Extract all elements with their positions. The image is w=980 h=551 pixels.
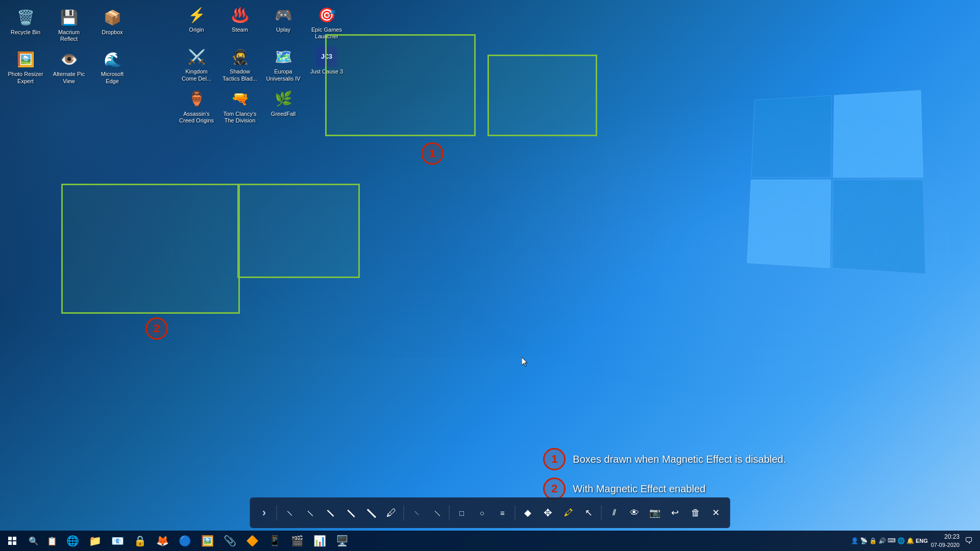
green-box-3: [61, 184, 240, 314]
mouse-cursor: [522, 357, 529, 367]
toolbar-separator-4: [515, 505, 516, 520]
origin-image: ⚡: [186, 5, 207, 25]
taskbar-icon-bell[interactable]: 🔔: [906, 537, 914, 544]
taskbar-taskview[interactable]: 📋: [43, 532, 61, 550]
taskbar-app-file[interactable]: 📁: [84, 531, 106, 551]
alternate-pic-icon[interactable]: 👁️ Alternate Pic View: [48, 47, 89, 86]
kingdom-icon[interactable]: ⚔️ Kingdom Come Del...: [176, 44, 217, 84]
greedfall-image: 🌿: [273, 89, 293, 109]
toolbar-arrow-btn[interactable]: ›: [255, 504, 274, 522]
taskbar-app-phone[interactable]: 📱: [263, 531, 286, 551]
taskbar-clock[interactable]: 20:23 07-09-2020: [931, 533, 960, 548]
toolbar-eye[interactable]: 👁: [625, 504, 644, 522]
windows-logo: [745, 92, 949, 296]
kingdom-label: Kingdom Come Del...: [178, 68, 215, 82]
macrium-label: Macrium Reflect: [51, 29, 87, 42]
toolbar-delete[interactable]: 🗑: [687, 504, 705, 522]
taskbar-icon-globe[interactable]: 🌐: [897, 537, 905, 544]
taskbar-app-screen[interactable]: 🖥️: [331, 531, 353, 551]
taskbar-app-img[interactable]: 🖼️: [196, 531, 218, 551]
toolbar-select[interactable]: ↖: [580, 504, 598, 522]
taskbar-search[interactable]: 🔍: [24, 532, 43, 550]
uplay-image: 🎮: [273, 5, 293, 25]
europa-label: Europa Universalis IV: [265, 68, 302, 82]
taskbar-system-icons: 👤 📡 🔒 🔊 ⌨ 🌐 🔔 ENG: [851, 537, 928, 544]
taskbar-app-clip[interactable]: 📎: [218, 531, 241, 551]
assassins-image: 🏺: [186, 89, 207, 109]
origin-icon[interactable]: ⚡ Origin: [176, 3, 217, 42]
greedfall-icon[interactable]: 🌿 GreedFall: [263, 87, 304, 126]
annotation-circle-1: 1: [421, 142, 444, 165]
toolbar-close[interactable]: ✕: [707, 504, 725, 522]
toolbar-line-light[interactable]: |: [424, 500, 450, 526]
toolbar-marker[interactable]: 🖊: [382, 504, 401, 522]
toolbar-text-tool[interactable]: ≡: [494, 504, 512, 522]
toolbar-screenshot[interactable]: 📷: [646, 504, 664, 522]
toolbar-hatch[interactable]: //: [605, 504, 623, 522]
svg-rect-3: [13, 541, 16, 545]
taskbar-icon-lock[interactable]: 🔒: [869, 537, 877, 544]
game-row-2: ⚔️ Kingdom Come Del... 🥷 Shadow Tactics …: [176, 44, 347, 84]
taskbar-lang[interactable]: ENG: [916, 538, 928, 544]
annotation-circle-2: 2: [145, 317, 168, 340]
shadow-label: Shadow Tactics Blad...: [222, 68, 258, 82]
division-label: Tom Clancy's The Division: [222, 111, 258, 124]
taskbar-app-orange[interactable]: 🔶: [241, 531, 263, 551]
dropbox-image: 📦: [102, 7, 122, 28]
taskbar-app-chart[interactable]: 📊: [308, 531, 331, 551]
toolbar-rect-shape[interactable]: □: [453, 504, 471, 522]
recycle-bin-icon[interactable]: 🗑️ Recycle Bin: [5, 5, 46, 44]
origin-label: Origin: [189, 27, 204, 33]
game-row-1: ⚡ Origin ♨️ Steam 🎮 Uplay 🎯 Epic Games L…: [176, 3, 347, 42]
photo-resizer-label: Photo Resizer Expert: [7, 71, 44, 84]
taskbar-icon-network[interactable]: 📡: [860, 537, 868, 544]
taskbar-app-video[interactable]: 🎬: [286, 531, 308, 551]
toolbar-circle-shape[interactable]: ○: [473, 504, 492, 522]
taskbar-date-value: 07-09-2020: [931, 541, 960, 548]
green-box-2: [487, 55, 597, 136]
toolbar-pen-thick1[interactable]: |: [358, 500, 384, 526]
green-box-4: [237, 184, 360, 278]
taskbar-app-edge[interactable]: 🌐: [61, 531, 84, 551]
macrium-icon[interactable]: 💾 Macrium Reflect: [48, 5, 89, 44]
desktop-icons-area: 🗑️ Recycle Bin 💾 Macrium Reflect 📦 Dropb…: [0, 0, 163, 92]
green-box-1: [325, 34, 476, 136]
greedfall-label: GreedFall: [271, 111, 296, 117]
taskbar-right-area: 👤 📡 🔒 🔊 ⌨ 🌐 🔔 ENG 20:23 07-09-2020 🗨: [851, 533, 980, 548]
taskbar-apps: 🔍 📋 🌐 📁 📧 🔒 🦊 🔵 🖼️ 📎 🔶 📱 🎬 📊 🖥️: [24, 531, 851, 551]
taskbar: 🔍 📋 🌐 📁 📧 🔒 🦊 🔵 🖼️ 📎 🔶 📱 🎬 📊 🖥️ 👤 📡 🔒 🔊 …: [0, 531, 980, 551]
icon-row-1: 🗑️ Recycle Bin 💾 Macrium Reflect 📦 Dropb…: [5, 5, 158, 44]
taskbar-app-mail[interactable]: 📧: [106, 531, 129, 551]
steam-label: Steam: [232, 27, 248, 33]
toolbar-highlight[interactable]: 🖍: [559, 504, 578, 522]
steam-icon[interactable]: ♨️ Steam: [219, 3, 260, 42]
taskbar-app-blue[interactable]: 🔵: [174, 531, 196, 551]
assassins-icon[interactable]: 🏺 Assassin's Creed Origins: [176, 87, 217, 126]
taskbar-icon-volume[interactable]: 🔊: [878, 537, 886, 544]
toolbar-undo[interactable]: ↩: [666, 504, 684, 522]
uplay-icon[interactable]: 🎮 Uplay: [263, 3, 304, 42]
shadow-image: 🥷: [230, 46, 250, 67]
taskbar-icon-person[interactable]: 👤: [851, 537, 859, 544]
taskbar-app-lock[interactable]: 🔒: [129, 531, 151, 551]
taskbar-time-value: 20:23: [931, 533, 960, 541]
taskbar-start-button[interactable]: [0, 531, 24, 551]
taskbar-icon-keyboard[interactable]: ⌨: [888, 537, 896, 544]
toolbar-fill[interactable]: ◆: [519, 504, 537, 522]
epic-image: 🎯: [316, 5, 337, 25]
shadow-icon[interactable]: 🥷 Shadow Tactics Blad...: [219, 44, 260, 84]
edge-icon[interactable]: 🌊 Microsoft Edge: [92, 47, 133, 86]
dropbox-label: Dropbox: [102, 29, 123, 36]
annotation-toolbar: › | | | | | 🖊 | | □ ○ ≡ ◆ ✥ 🖍 ↖ // 👁 📷 ↩…: [250, 497, 730, 528]
photo-resizer-icon[interactable]: 🖼️ Photo Resizer Expert: [5, 47, 46, 86]
legend-panel: 1 Boxes drawn when Magnetic Effect is di…: [543, 448, 786, 500]
taskbar-notification-center[interactable]: 🗨: [963, 536, 975, 545]
kingdom-image: ⚔️: [186, 46, 207, 67]
svg-rect-0: [8, 537, 12, 540]
europa-icon[interactable]: 🗺️ Europa Universalis IV: [263, 44, 304, 84]
taskbar-app-browser[interactable]: 🦊: [151, 531, 174, 551]
toolbar-move[interactable]: ✥: [539, 504, 557, 522]
steam-image: ♨️: [230, 5, 250, 25]
division-icon[interactable]: 🔫 Tom Clancy's The Division: [219, 87, 260, 126]
dropbox-icon[interactable]: 📦 Dropbox: [92, 5, 133, 44]
